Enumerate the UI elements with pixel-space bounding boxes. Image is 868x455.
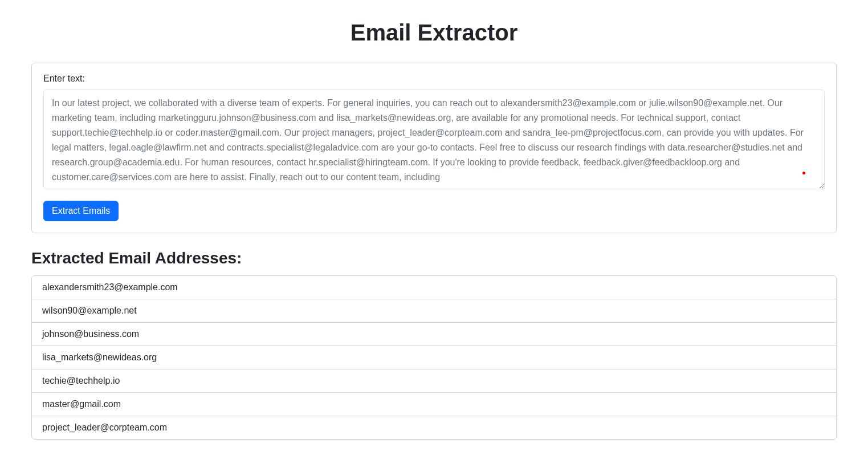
list-item: wilson90@example.net [32, 299, 836, 323]
list-item: lisa_markets@newideas.org [32, 346, 836, 369]
list-item: johnson@business.com [32, 323, 836, 346]
input-card: Enter text: Extract Emails [31, 63, 837, 233]
results-heading: Extracted Email Addresses: [31, 249, 837, 267]
page-title: Email Extractor [31, 20, 837, 46]
extract-button[interactable]: Extract Emails [43, 201, 119, 221]
textarea-label: Enter text: [43, 74, 825, 84]
list-item: alexandersmith23@example.com [32, 276, 836, 299]
textarea-wrapper [43, 90, 825, 192]
results-list: alexandersmith23@example.com wilson90@ex… [31, 275, 837, 440]
list-item: project_leader@corpteam.com [32, 416, 836, 439]
list-item: master@gmail.com [32, 393, 836, 416]
text-input[interactable] [43, 90, 825, 189]
list-item: techie@techhelp.io [32, 369, 836, 393]
